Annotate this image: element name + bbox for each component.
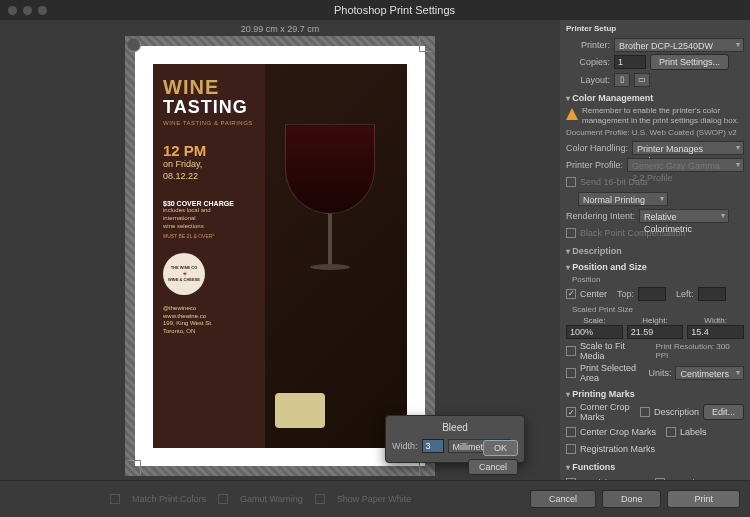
dialog-cancel-button[interactable]: Cancel [468,459,518,475]
units-dropdown[interactable]: Centimeters [675,366,744,380]
center-crop-checkbox[interactable] [566,427,576,437]
titlebar: Photoshop Print Settings [0,0,750,20]
printer-profile-dropdown: Generic Gray Gamma 2.2 Profile [627,158,744,172]
section-position-size[interactable]: Position and Size [566,262,744,272]
dialog-title: Bleed [392,422,518,433]
print-canvas[interactable]: WINE TASTING WINE TASTING & PAIRINGS 12 … [125,36,435,476]
paper: WINE TASTING WINE TASTING & PAIRINGS 12 … [135,46,425,466]
selected-area-checkbox[interactable] [566,368,576,378]
printer-label: Printer: [566,40,610,50]
emulsion-checkbox[interactable] [566,478,576,480]
document-preview: WINE TASTING WINE TASTING & PAIRINGS 12 … [153,64,407,448]
rendering-intent-dropdown[interactable]: Relative Colorimetric [639,209,729,223]
bpc-checkbox [566,228,576,238]
flyer-heading: TASTING [163,97,255,118]
flyer-contact: @thewineco www.thewine.co 199, King West… [163,305,255,336]
left-input [698,287,726,301]
flyer-subtitle: WINE TASTING & PAIRINGS [163,120,255,126]
center-checkbox[interactable] [566,289,576,299]
print-settings-button[interactable]: Print Settings... [650,54,729,70]
preview-pane: 20.99 cm x 29.7 cm WINE TASTING WINE TAS… [0,20,560,480]
section-description[interactable]: Description [566,246,744,256]
color-warning: Remember to enable the printer's color m… [566,106,744,125]
section-color-management[interactable]: Color Management [566,93,744,103]
cancel-button[interactable]: Cancel [530,490,596,508]
flyer-desc: international [163,215,255,223]
bleed-dialog: Bleed Width: Millimeters OK Cancel [385,415,525,463]
negative-checkbox[interactable] [655,478,665,480]
section-printing-marks[interactable]: Printing Marks [566,389,744,399]
flyer-cover: $30 COVER CHARGE [163,200,255,207]
gamut-warning-checkbox [218,494,228,504]
flyer-desc: wine selections [163,223,255,231]
layout-label: Layout: [566,75,610,85]
wine-glass-graphic [285,124,375,284]
top-input [638,287,666,301]
print-button[interactable]: Print [667,490,740,508]
crop-mark-icon [419,38,433,52]
section-printer-setup: Printer Setup [566,24,744,33]
zoom-icon[interactable] [38,6,47,15]
width-input[interactable] [687,325,744,339]
cheese-graphic [275,393,325,428]
copies-label: Copies: [566,57,610,67]
layout-landscape-icon[interactable]: ▭ [634,73,650,87]
close-icon[interactable] [8,6,17,15]
bleed-width-input[interactable] [422,439,444,453]
paper-white-checkbox [315,494,325,504]
scale-input[interactable] [566,325,623,339]
match-colors-checkbox [110,494,120,504]
height-input[interactable] [627,325,684,339]
done-button[interactable]: Done [602,490,662,508]
crop-mark-icon [127,460,141,474]
layout-portrait-icon[interactable]: ▯ [614,73,630,87]
flyer-desc: includes local and [163,207,255,215]
labels-checkbox[interactable] [666,427,676,437]
bleed-width-label: Width: [392,441,418,451]
window-title: Photoshop Print Settings [47,4,742,16]
settings-panel: Printer Setup Printer: Brother DCP-L2540… [560,20,750,480]
flyer-badge: THE WINE CO 🍷 WINE & CHEESE [163,253,205,295]
printer-dropdown[interactable]: Brother DCP-L2540DW [614,38,744,52]
scaled-size-label: Scaled Print Size [572,305,744,314]
doc-profile-label: Document Profile: U.S. Web Coated (SWOP)… [566,128,744,137]
footer: Match Print Colors Gamut Warning Show Pa… [0,480,750,516]
color-handling-dropdown[interactable]: Printer Manages Colors [632,141,744,155]
printing-mode-dropdown[interactable]: Normal Printing [578,192,668,206]
send-16bit-checkbox [566,177,576,187]
flyer-time: 12 PM [163,142,255,159]
section-functions[interactable]: Functions [566,462,744,472]
flyer-date: on Friday, [163,159,255,171]
flyer-heading: WINE [163,76,255,99]
corner-crop-checkbox[interactable] [566,407,576,417]
edit-button[interactable]: Edit... [703,404,744,420]
flyer-date: 08.12.22 [163,171,255,183]
position-label: Position [572,275,744,284]
flyer-age: MUST BE 21 & OVER* [163,233,255,239]
rendering-intent-label: Rendering Intent: [566,211,635,221]
page-dimensions: 20.99 cm x 29.7 cm [241,24,320,34]
dialog-ok-button[interactable]: OK [483,440,518,456]
warning-icon [566,108,578,120]
color-handling-label: Color Handling: [566,143,628,153]
registration-checkbox[interactable] [566,444,576,454]
minimize-icon[interactable] [23,6,32,15]
window-controls [8,6,47,15]
fit-media-checkbox[interactable] [566,346,576,356]
description-checkbox[interactable] [640,407,650,417]
copies-input[interactable] [614,55,646,69]
printer-profile-label: Printer Profile: [566,160,623,170]
crop-mark-icon [127,38,141,52]
